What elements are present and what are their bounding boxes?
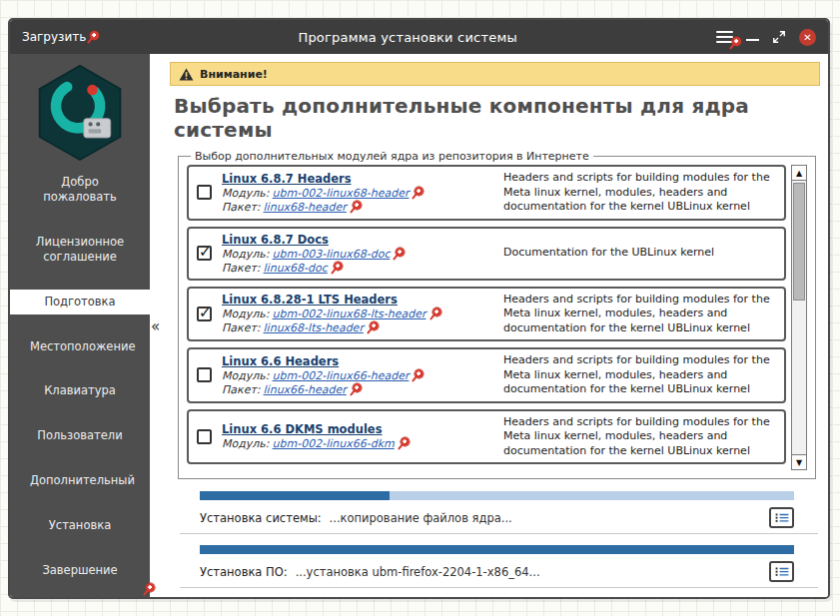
pin-icon bbox=[350, 201, 362, 214]
module-row: Linux 6.8.7 Docs Модуль:ubm-003-linux68-… bbox=[187, 227, 786, 281]
module-id-link[interactable]: ubm-002-linux66-header bbox=[273, 369, 410, 382]
modules-list: Linux 6.8.7 Headers Модуль:ubm-002-linux… bbox=[187, 165, 807, 470]
sidebar-item-location[interactable]: Местоположение bbox=[10, 334, 150, 359]
log-icon bbox=[774, 511, 790, 524]
installer-logo-icon bbox=[32, 62, 128, 162]
package-link[interactable]: linux68-doc bbox=[264, 262, 328, 275]
window-title: Программа установки системы bbox=[109, 30, 706, 45]
pin-icon bbox=[87, 31, 99, 44]
module-checkbox[interactable] bbox=[197, 307, 212, 321]
sidebar-item-welcome[interactable]: Добро пожаловать bbox=[10, 170, 150, 210]
log-button[interactable] bbox=[769, 561, 794, 582]
scrollbar[interactable]: ▲ ▼ bbox=[791, 165, 807, 470]
log-icon bbox=[774, 565, 790, 578]
module-title-link[interactable]: Linux 6.6 Headers bbox=[222, 354, 493, 368]
modules-group-legend: Выбор дополнительных модулей ядра из реп… bbox=[191, 150, 593, 163]
load-button[interactable]: Загрузить bbox=[22, 30, 99, 44]
warning-icon bbox=[179, 68, 194, 81]
module-checkbox[interactable] bbox=[197, 367, 212, 382]
pin-icon bbox=[412, 187, 423, 200]
progress-bar-fill bbox=[200, 491, 390, 500]
installer-window: Загрузить Программа установки системы ✕ bbox=[8, 18, 830, 599]
module-row: Linux 6.8.28-1 LTS Headers Модуль:ubm-00… bbox=[187, 287, 786, 342]
module-row: Linux 6.6 DKMS modules Модуль:ubm-002-li… bbox=[187, 409, 786, 465]
module-id-link[interactable]: ubm-002-linux68-lts-header bbox=[273, 308, 426, 320]
module-description: Headers and scripts for building modules… bbox=[503, 415, 776, 459]
module-label: Модуль: bbox=[222, 187, 270, 200]
progress-bar-fill bbox=[200, 545, 794, 554]
package-label: Пакет: bbox=[222, 201, 261, 214]
scroll-up-button[interactable]: ▲ bbox=[792, 166, 806, 181]
page-title: Выбрать дополнительные компоненты для яд… bbox=[174, 94, 820, 142]
modules-group: Выбор дополнительных модулей ядра из реп… bbox=[178, 150, 816, 479]
pin-icon bbox=[393, 248, 405, 261]
sidebar-item-prepare[interactable]: Подготовка bbox=[10, 290, 150, 314]
titlebar: Загрузить Программа установки системы ✕ bbox=[10, 20, 828, 54]
module-description: Headers and scripts for building modules… bbox=[503, 171, 776, 215]
warning-text: Внимание! bbox=[200, 68, 268, 81]
scrollbar-thumb[interactable] bbox=[793, 183, 805, 301]
module-id-link[interactable]: ubm-002-linux68-header bbox=[273, 187, 410, 200]
software-install-progress: Установка ПО: ...установка ubm-firefox-2… bbox=[200, 545, 794, 587]
progress-status: ...копирование файлов ядра... bbox=[330, 511, 512, 525]
module-label: Модуль: bbox=[222, 369, 270, 382]
sidebar-item-install[interactable]: Установка bbox=[10, 513, 150, 538]
pin-icon bbox=[429, 308, 441, 320]
pin-icon bbox=[143, 583, 155, 596]
pin-icon bbox=[331, 262, 343, 275]
module-description: Headers and scripts for building modules… bbox=[503, 293, 776, 336]
sidebar: Добро пожаловать Лицензионное соглашение… bbox=[10, 54, 150, 597]
window-controls: ✕ bbox=[716, 29, 816, 46]
pin-icon bbox=[367, 321, 379, 334]
step-nav: Добро пожаловать Лицензионное соглашение… bbox=[10, 164, 150, 597]
module-label: Модуль: bbox=[222, 437, 270, 450]
pin-icon bbox=[350, 383, 362, 396]
module-checkbox[interactable] bbox=[197, 185, 212, 200]
module-description: Documentation for the UBLinux kernel bbox=[503, 246, 776, 261]
module-label: Модуль: bbox=[222, 248, 270, 261]
progress-bar bbox=[200, 545, 794, 554]
log-button[interactable] bbox=[769, 507, 794, 528]
module-title-link[interactable]: Linux 6.6 DKMS modules bbox=[222, 422, 493, 436]
divider bbox=[180, 533, 818, 534]
package-link[interactable]: linux66-header bbox=[264, 383, 347, 396]
module-checkbox[interactable] bbox=[197, 246, 212, 261]
pin-icon bbox=[398, 437, 410, 450]
minimize-button[interactable] bbox=[746, 39, 759, 41]
module-row: Linux 6.6 Headers Модуль:ubm-002-linux66… bbox=[187, 347, 786, 403]
divider bbox=[180, 587, 818, 588]
close-button[interactable]: ✕ bbox=[799, 29, 816, 46]
load-button-label: Загрузить bbox=[22, 30, 86, 44]
progress-status: ...установка ubm-firefox-2204-1-x86_64..… bbox=[296, 565, 540, 579]
package-link[interactable]: linux68-header bbox=[264, 201, 347, 214]
sidebar-collapse-button[interactable]: « bbox=[151, 317, 160, 335]
progress-label: Установка ПО: bbox=[200, 565, 288, 579]
package-label: Пакет: bbox=[222, 321, 261, 334]
module-id-link[interactable]: ubm-002-linux66-dkm bbox=[273, 437, 395, 450]
module-id-link[interactable]: ubm-003-linux68-doc bbox=[273, 248, 391, 261]
sidebar-item-finish[interactable]: Завершение bbox=[10, 558, 150, 583]
sidebar-item-keyboard[interactable]: Клавиатура bbox=[10, 378, 150, 403]
maximize-icon[interactable] bbox=[772, 30, 786, 44]
sidebar-item-license[interactable]: Лицензионное соглашение bbox=[10, 230, 150, 270]
module-label: Модуль: bbox=[222, 308, 270, 320]
sidebar-item-users[interactable]: Пользователи bbox=[10, 423, 150, 448]
main-content: Внимание! Выбрать дополнительные компоне… bbox=[150, 54, 828, 597]
desktop-background: Загрузить Программа установки системы ✕ bbox=[0, 0, 840, 616]
warning-banner: Внимание! bbox=[170, 62, 820, 86]
module-checkbox[interactable] bbox=[197, 429, 212, 444]
scroll-down-button[interactable]: ▼ bbox=[792, 454, 806, 469]
system-install-progress: Установка системы: ...копирование файлов… bbox=[200, 491, 794, 533]
progress-label: Установка системы: bbox=[200, 511, 322, 525]
module-row: Linux 6.8.7 Headers Модуль:ubm-002-linux… bbox=[187, 165, 786, 221]
pin-icon bbox=[729, 37, 741, 50]
pin-icon bbox=[412, 369, 423, 382]
progress-bar bbox=[200, 491, 794, 500]
sidebar-item-additional[interactable]: Дополнительный bbox=[10, 468, 150, 493]
module-title-link[interactable]: Linux 6.8.28-1 LTS Headers bbox=[222, 293, 493, 307]
package-label: Пакет: bbox=[222, 383, 261, 396]
package-label: Пакет: bbox=[222, 262, 261, 275]
package-link[interactable]: linux68-lts-header bbox=[264, 321, 364, 334]
module-title-link[interactable]: Linux 6.8.7 Headers bbox=[222, 172, 493, 186]
module-title-link[interactable]: Linux 6.8.7 Docs bbox=[222, 233, 493, 247]
